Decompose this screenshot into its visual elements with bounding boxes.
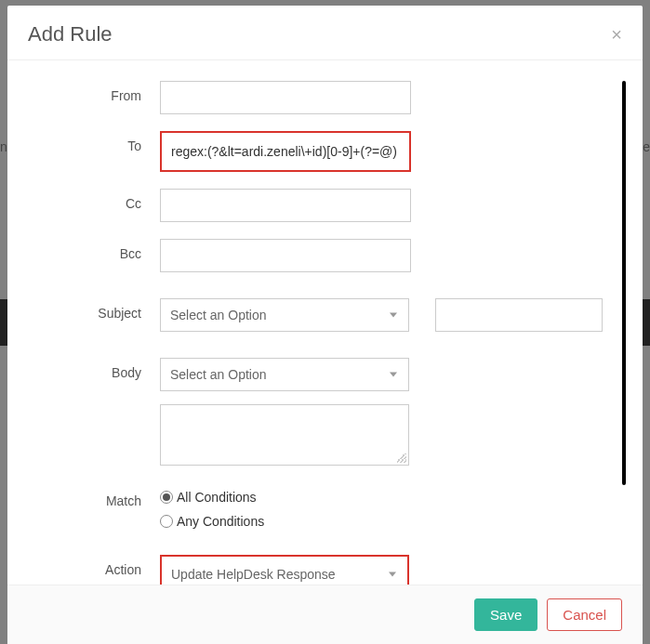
add-rule-modal: Add Rule × From To Cc Bcc	[7, 6, 643, 644]
subject-select[interactable]: Select an Option	[160, 298, 409, 332]
subject-select-value: Select an Option	[170, 308, 267, 322]
cc-label: Cc	[28, 189, 160, 211]
body-select[interactable]: Select an Option	[160, 358, 409, 391]
chevron-down-icon	[389, 572, 396, 577]
scrollbar[interactable]	[622, 81, 626, 566]
cc-input[interactable]	[160, 189, 411, 222]
match-all-radio[interactable]: All Conditions	[160, 490, 264, 505]
to-input[interactable]	[160, 131, 411, 172]
match-label: Match	[28, 486, 160, 508]
resize-handle-icon[interactable]	[397, 453, 406, 463]
modal-title: Add Rule	[28, 22, 113, 46]
subject-extra-input[interactable]	[435, 298, 603, 332]
bcc-label: Bcc	[28, 239, 160, 261]
bcc-input[interactable]	[160, 239, 411, 272]
radio-icon	[160, 491, 173, 504]
background-text-left: n	[0, 139, 7, 154]
cancel-button[interactable]: Cancel	[547, 598, 622, 631]
background-text-right: e	[643, 139, 650, 154]
action-select[interactable]: Update HelpDesk Response	[160, 555, 409, 585]
modal-footer: Save Cancel	[7, 585, 643, 644]
action-label: Action	[28, 555, 160, 577]
chevron-down-icon	[390, 313, 397, 318]
to-label: To	[28, 131, 160, 153]
from-label: From	[28, 81, 160, 103]
subject-label: Subject	[28, 298, 160, 321]
close-icon[interactable]: ×	[611, 25, 622, 44]
modal-body: From To Cc Bcc Subject	[7, 60, 643, 585]
body-textarea[interactable]	[160, 404, 409, 466]
match-all-label: All Conditions	[177, 490, 257, 505]
match-any-radio[interactable]: Any Conditions	[160, 514, 264, 529]
match-any-label: Any Conditions	[177, 514, 264, 529]
from-input[interactable]	[160, 81, 411, 114]
body-select-value: Select an Option	[170, 367, 267, 382]
action-select-value: Update HelpDesk Response	[171, 567, 336, 582]
scrollbar-thumb[interactable]	[622, 81, 626, 485]
radio-icon	[160, 515, 173, 528]
chevron-down-icon	[390, 373, 397, 377]
save-button[interactable]: Save	[474, 598, 537, 631]
modal-header: Add Rule ×	[7, 6, 643, 60]
body-label: Body	[28, 358, 160, 380]
